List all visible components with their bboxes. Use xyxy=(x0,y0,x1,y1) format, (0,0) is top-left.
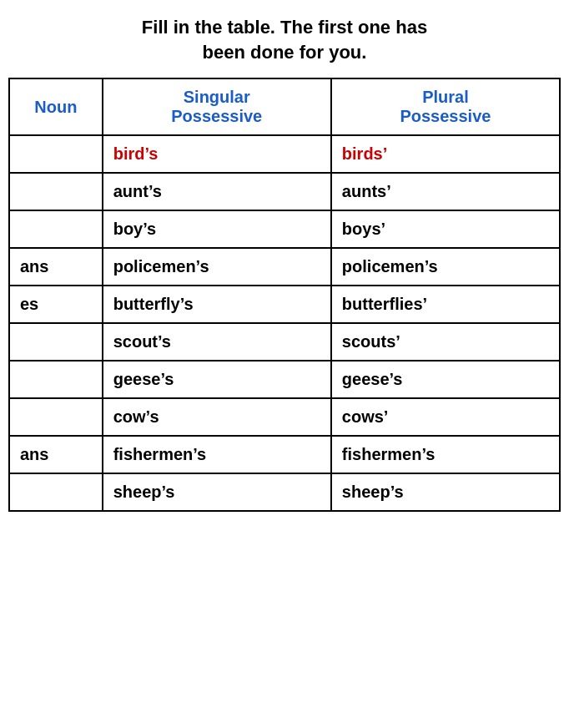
cell-singular: boy’s xyxy=(103,210,331,248)
cell-plural: fishermen’s xyxy=(331,436,560,473)
cell-plural: geese’s xyxy=(331,361,560,398)
instruction-text: Fill in the table. The first one has bee… xyxy=(8,15,561,64)
cell-noun: ans xyxy=(9,248,103,286)
table-header-row: Noun SingularPossessive PluralPossessive xyxy=(9,78,560,135)
cell-singular: sheep’s xyxy=(103,473,331,511)
cell-singular: geese’s xyxy=(103,361,331,398)
cell-plural: cows’ xyxy=(331,398,560,436)
cell-plural: scouts’ xyxy=(331,323,560,361)
possessives-table: Noun SingularPossessive PluralPossessive… xyxy=(8,78,561,512)
header-plural: PluralPossessive xyxy=(331,78,560,135)
cell-plural: boys’ xyxy=(331,210,560,248)
instruction-line1: Fill in the table. The first one has xyxy=(142,17,427,38)
table-row: boy’sboys’ xyxy=(9,210,560,248)
cell-plural: birds’ xyxy=(331,135,560,173)
cell-singular: cow’s xyxy=(103,398,331,436)
cell-singular: butterfly’s xyxy=(103,286,331,323)
table-row: esbutterfly’sbutterflies’ xyxy=(9,286,560,323)
instruction-line2: been done for you. xyxy=(203,42,367,63)
cell-plural: policemen’s xyxy=(331,248,560,286)
table-row: aunt’saunts’ xyxy=(9,173,560,210)
cell-noun xyxy=(9,323,103,361)
cell-singular: scout’s xyxy=(103,323,331,361)
cell-noun xyxy=(9,210,103,248)
cell-singular: bird’s xyxy=(103,135,331,173)
table-row: geese’sgeese’s xyxy=(9,361,560,398)
table-row: sheep’ssheep’s xyxy=(9,473,560,511)
table-row: bird’sbirds’ xyxy=(9,135,560,173)
cell-plural: aunts’ xyxy=(331,173,560,210)
table-row: anspolicemen’spolicemen’s xyxy=(9,248,560,286)
cell-plural: sheep’s xyxy=(331,473,560,511)
cell-singular: aunt’s xyxy=(103,173,331,210)
table-row: ansfishermen’sfishermen’s xyxy=(9,436,560,473)
cell-noun xyxy=(9,398,103,436)
cell-plural: butterflies’ xyxy=(331,286,560,323)
cell-noun: ans xyxy=(9,436,103,473)
cell-singular: policemen’s xyxy=(103,248,331,286)
cell-noun xyxy=(9,135,103,173)
cell-noun xyxy=(9,361,103,398)
table-row: cow’scows’ xyxy=(9,398,560,436)
header-singular: SingularPossessive xyxy=(103,78,331,135)
cell-noun: es xyxy=(9,286,103,323)
cell-noun xyxy=(9,173,103,210)
table-row: scout’sscouts’ xyxy=(9,323,560,361)
header-noun: Noun xyxy=(9,78,103,135)
cell-singular: fishermen’s xyxy=(103,436,331,473)
page-container: Fill in the table. The first one has bee… xyxy=(0,0,569,520)
cell-noun xyxy=(9,473,103,511)
